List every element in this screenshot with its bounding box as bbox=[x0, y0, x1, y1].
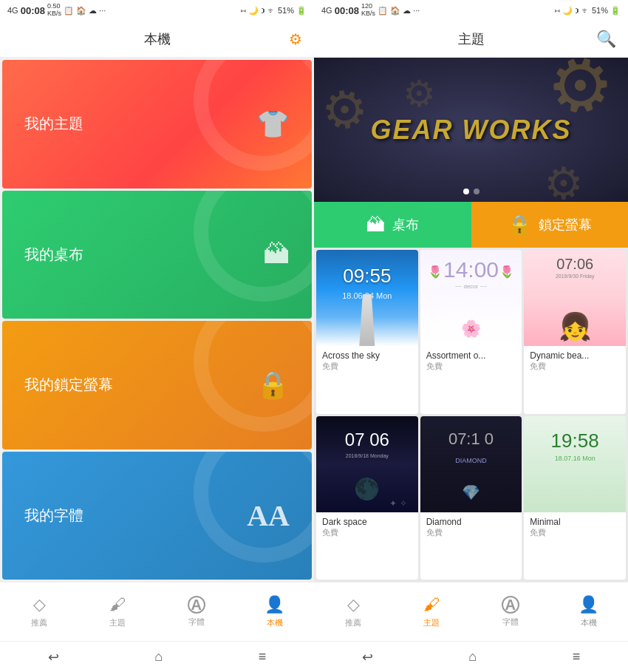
left-home-btn[interactable]: ⌂ bbox=[154, 649, 163, 665]
right-home-btn[interactable]: ⌂ bbox=[468, 649, 477, 665]
lockscreen-category-btn[interactable]: 🔒 鎖定螢幕 bbox=[471, 202, 629, 248]
flower-left: 🌷 bbox=[428, 265, 443, 279]
left-mine-icon: 👤 bbox=[264, 595, 284, 614]
my-lockscreen-item[interactable]: 我的鎖定螢幕 🔒 bbox=[2, 321, 312, 449]
banner-dot-1[interactable] bbox=[463, 189, 469, 194]
flower-icon: 🌸 bbox=[461, 319, 481, 339]
across-sky-name: Across the sky bbox=[322, 350, 412, 361]
lock-icon: 🔒 bbox=[256, 370, 290, 401]
right-recommend-icon: ◇ bbox=[347, 595, 360, 614]
my-theme-item[interactable]: 我的主題 👕 bbox=[2, 60, 312, 189]
theme-card-diamond[interactable]: 07:1 0 💎 DIAMOND Diamond 免費 bbox=[420, 416, 522, 580]
search-icon[interactable]: 🔍 bbox=[596, 30, 616, 49]
theme-preview-minimal: 19:58 18.07.16 Mon bbox=[524, 416, 626, 512]
right-font-icon: A bbox=[502, 596, 519, 614]
my-lockscreen-label: 我的鎖定螢幕 bbox=[24, 375, 113, 395]
minimal-time: 19:58 bbox=[551, 430, 599, 452]
right-back-btn[interactable]: ↩ bbox=[362, 649, 373, 665]
category-row: 🏔 桌布 🔒 鎖定螢幕 bbox=[314, 202, 628, 248]
left-theme-label: 主題 bbox=[109, 617, 126, 628]
left-nav-mine[interactable]: 👤 本機 bbox=[236, 595, 314, 628]
lockscreen-icon: 🔒 bbox=[508, 214, 531, 237]
banner-dot-2[interactable] bbox=[474, 189, 479, 194]
gear-mid-icon: ⚙ bbox=[403, 72, 436, 115]
right-nav-font[interactable]: A 字體 bbox=[471, 596, 550, 628]
right-status-right: ⑅ 🌙 ☽ ᯤ 51% 🔋 bbox=[555, 6, 621, 16]
theme-card-dynamic-beauty[interactable]: 07:06 2019/9/30 Friday 👧 Dynamic bea... … bbox=[524, 250, 626, 414]
right-carrier: 4G bbox=[321, 6, 332, 15]
left-font-label: 字體 bbox=[188, 617, 205, 628]
settings-icon[interactable]: ⚙ bbox=[289, 30, 302, 48]
left-menu-btn[interactable]: ≡ bbox=[259, 649, 267, 665]
right-menu-btn[interactable]: ≡ bbox=[573, 649, 581, 665]
left-status-right: ⑅ 🌙 ☽ ᯤ 51% 🔋 bbox=[241, 6, 307, 16]
theme-preview-anime: 07:06 2019/9/30 Friday 👧 bbox=[524, 250, 626, 346]
right-nav-theme[interactable]: 🖌 主題 bbox=[392, 595, 471, 628]
right-nav-recommend[interactable]: ◇ 推薦 bbox=[314, 595, 392, 628]
minimal-price: 免費 bbox=[530, 527, 620, 538]
right-icons: 📋 🏠 ☁ ··· bbox=[378, 6, 420, 16]
left-bottom-nav: ◇ 推薦 🖌 主題 A 字體 👤 本機 bbox=[0, 582, 314, 641]
left-nav-recommend[interactable]: ◇ 推薦 bbox=[0, 595, 78, 628]
right-status-left: 4G 00:08 120KB/s 📋 🏠 ☁ ··· bbox=[321, 3, 420, 18]
banner-dots bbox=[463, 189, 479, 194]
banner-title: GEAR WORKS bbox=[371, 115, 572, 146]
minimal-info: Minimal 免費 bbox=[524, 512, 626, 543]
left-nav-font[interactable]: A 字體 bbox=[157, 596, 236, 628]
left-nav-theme[interactable]: 🖌 主題 bbox=[78, 595, 157, 628]
left-recommend-icon: ◇ bbox=[33, 595, 46, 614]
theme-preview-assortment: 14:00 ~~ decor ~~ 🌸 🌷 🌷 bbox=[420, 250, 522, 346]
right-bottom-nav: ◇ 推薦 🖌 主題 A 字體 👤 本機 bbox=[314, 582, 628, 641]
right-status-bar: 4G 00:08 120KB/s 📋 🏠 ☁ ··· ⑅ 🌙 ☽ ᯤ 51% 🔋 bbox=[314, 0, 628, 21]
assortment-info: Assortment o... 免費 bbox=[420, 346, 522, 376]
diamond-icon: 💎 bbox=[462, 483, 480, 501]
assortment-price: 免費 bbox=[426, 361, 516, 372]
right-mine-icon: 👤 bbox=[578, 595, 598, 614]
left-sys-nav: ↩ ⌂ ≡ bbox=[0, 641, 314, 672]
right-nav-mine[interactable]: 👤 本機 bbox=[550, 595, 628, 628]
theme-card-minimal[interactable]: 19:58 18.07.16 Mon Minimal 免費 bbox=[524, 416, 626, 580]
left-screen: 4G 00:08 0.50KB/s 📋 🏠 ☁ ··· ⑅ 🌙 ☽ ᯤ 51% … bbox=[0, 0, 314, 672]
dark-space-price: 免費 bbox=[322, 527, 412, 538]
diamond-name: Diamond bbox=[426, 517, 516, 527]
floral-time: 14:00 bbox=[443, 257, 499, 282]
right-wifi-icon: ☽ ᯤ bbox=[575, 6, 590, 15]
theme-card-across-sky[interactable]: 09:55 18.06.04 Mon Across the sky 免費 bbox=[316, 250, 418, 414]
font-icon: AA bbox=[247, 498, 290, 533]
left-back-btn[interactable]: ↩ bbox=[48, 649, 59, 665]
planet-icon: 🌑 bbox=[354, 477, 380, 501]
left-theme-icon: 🖌 bbox=[109, 595, 126, 614]
dynamic-beauty-price: 免費 bbox=[530, 361, 620, 372]
wallpaper-icon: 🏔 bbox=[366, 214, 385, 237]
right-theme-icon: 🖌 bbox=[423, 595, 440, 614]
my-theme-label: 我的主題 bbox=[24, 114, 83, 134]
wallpaper-category-btn[interactable]: 🏔 桌布 bbox=[314, 202, 471, 248]
right-font-label: 字體 bbox=[502, 617, 519, 628]
diamond-price: 免費 bbox=[426, 527, 516, 538]
lighthouse-decoration bbox=[356, 294, 378, 346]
left-recommend-label: 推薦 bbox=[31, 617, 47, 628]
left-mute-icon: 🌙 bbox=[248, 6, 259, 16]
right-sys-nav: ↩ ⌂ ≡ bbox=[314, 641, 628, 672]
diamond-text: DIAMOND bbox=[455, 457, 487, 464]
left-battery: 51% bbox=[278, 6, 294, 15]
theme-card-assortment[interactable]: 14:00 ~~ decor ~~ 🌸 🌷 🌷 Assortment o... … bbox=[420, 250, 522, 414]
theme-banner[interactable]: ⚙ ⚙ ⚙ ⚙ GEAR WORKS bbox=[314, 58, 628, 202]
theme-card-dark-space[interactable]: 07 06 2018/9/18 Monday 🌑 ✦ ✧ Dark space … bbox=[316, 416, 418, 580]
right-mine-label: 本機 bbox=[581, 617, 597, 628]
left-menu-container: 我的主題 👕 我的桌布 🏔 我的鎖定螢幕 🔒 我的字體 AA bbox=[0, 58, 314, 582]
dark-space-time: 07 06 bbox=[345, 430, 389, 450]
my-wallpaper-item[interactable]: 我的桌布 🏔 bbox=[2, 191, 312, 319]
lockscreen-label: 鎖定螢幕 bbox=[539, 216, 592, 234]
my-font-label: 我的字體 bbox=[24, 506, 83, 526]
right-recommend-label: 推薦 bbox=[345, 617, 361, 628]
left-mine-label: 本機 bbox=[267, 617, 283, 628]
across-sky-price: 免費 bbox=[322, 361, 412, 372]
dark-space-name: Dark space bbox=[322, 517, 412, 527]
diamond-info: Diamond 免費 bbox=[420, 512, 522, 543]
my-font-item[interactable]: 我的字體 AA bbox=[2, 452, 312, 580]
mountain-icon: 🏔 bbox=[263, 239, 290, 270]
left-data-speed: 0.50KB/s bbox=[47, 3, 61, 18]
assortment-name: Assortment o... bbox=[426, 350, 516, 361]
minimal-name: Minimal bbox=[530, 517, 620, 527]
